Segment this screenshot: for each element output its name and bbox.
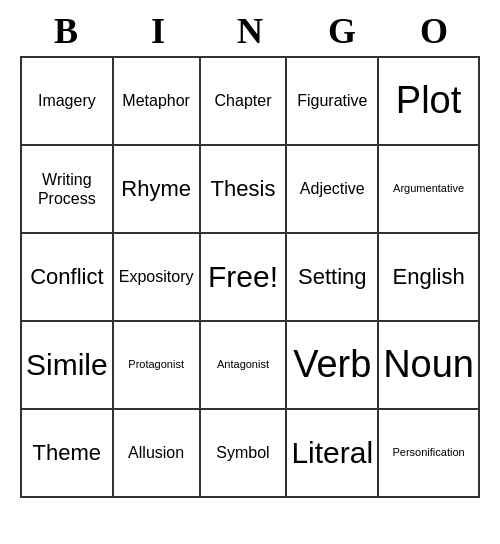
- bingo-header: BINGO: [20, 10, 480, 52]
- cell-text-3-4: Noun: [383, 342, 474, 388]
- cell-text-4-1: Allusion: [128, 443, 184, 462]
- bingo-cell-0-0[interactable]: Imagery: [22, 58, 114, 146]
- cell-text-1-3: Adjective: [300, 179, 365, 198]
- bingo-cell-2-2[interactable]: Free!: [201, 234, 288, 322]
- bingo-cell-3-4[interactable]: Noun: [379, 322, 480, 410]
- bingo-cell-1-0[interactable]: Writing Process: [22, 146, 114, 234]
- cell-text-2-3: Setting: [298, 264, 367, 290]
- bingo-grid: ImageryMetaphorChapterFigurativePlotWrit…: [20, 56, 480, 498]
- cell-text-4-0: Theme: [33, 440, 101, 466]
- cell-text-1-1: Rhyme: [121, 176, 191, 202]
- cell-text-3-3: Verb: [293, 342, 371, 388]
- cell-text-4-4: Personification: [393, 446, 465, 459]
- cell-text-2-2: Free!: [208, 259, 278, 295]
- bingo-cell-1-3[interactable]: Adjective: [287, 146, 379, 234]
- cell-text-2-0: Conflict: [30, 264, 103, 290]
- cell-text-1-4: Argumentative: [393, 182, 464, 195]
- bingo-cell-0-4[interactable]: Plot: [379, 58, 480, 146]
- cell-text-3-2: Antagonist: [217, 358, 269, 371]
- bingo-cell-4-1[interactable]: Allusion: [114, 410, 201, 498]
- cell-text-0-0: Imagery: [38, 91, 96, 110]
- bingo-letter-i: I: [114, 10, 202, 52]
- cell-text-3-1: Protagonist: [128, 358, 184, 371]
- cell-text-0-2: Chapter: [215, 91, 272, 110]
- bingo-cell-4-0[interactable]: Theme: [22, 410, 114, 498]
- bingo-cell-3-1[interactable]: Protagonist: [114, 322, 201, 410]
- cell-text-4-3: Literal: [291, 435, 373, 471]
- cell-text-0-1: Metaphor: [122, 91, 190, 110]
- bingo-cell-3-3[interactable]: Verb: [287, 322, 379, 410]
- bingo-cell-3-2[interactable]: Antagonist: [201, 322, 288, 410]
- cell-text-4-2: Symbol: [216, 443, 269, 462]
- bingo-letter-n: N: [206, 10, 294, 52]
- cell-text-1-0: Writing Process: [26, 170, 108, 208]
- bingo-cell-1-1[interactable]: Rhyme: [114, 146, 201, 234]
- cell-text-0-3: Figurative: [297, 91, 367, 110]
- bingo-letter-b: B: [22, 10, 110, 52]
- bingo-cell-2-0[interactable]: Conflict: [22, 234, 114, 322]
- bingo-letter-o: O: [390, 10, 478, 52]
- cell-text-0-4: Plot: [396, 78, 461, 124]
- bingo-cell-1-4[interactable]: Argumentative: [379, 146, 480, 234]
- bingo-letter-g: G: [298, 10, 386, 52]
- bingo-cell-4-4[interactable]: Personification: [379, 410, 480, 498]
- bingo-cell-2-4[interactable]: English: [379, 234, 480, 322]
- bingo-cell-0-2[interactable]: Chapter: [201, 58, 288, 146]
- cell-text-3-0: Simile: [26, 347, 108, 383]
- cell-text-2-4: English: [393, 264, 465, 290]
- bingo-cell-2-1[interactable]: Expository: [114, 234, 201, 322]
- bingo-cell-0-1[interactable]: Metaphor: [114, 58, 201, 146]
- bingo-cell-4-2[interactable]: Symbol: [201, 410, 288, 498]
- cell-text-1-2: Thesis: [211, 176, 276, 202]
- bingo-cell-1-2[interactable]: Thesis: [201, 146, 288, 234]
- cell-text-2-1: Expository: [119, 267, 194, 286]
- bingo-cell-4-3[interactable]: Literal: [287, 410, 379, 498]
- bingo-cell-0-3[interactable]: Figurative: [287, 58, 379, 146]
- bingo-cell-3-0[interactable]: Simile: [22, 322, 114, 410]
- bingo-cell-2-3[interactable]: Setting: [287, 234, 379, 322]
